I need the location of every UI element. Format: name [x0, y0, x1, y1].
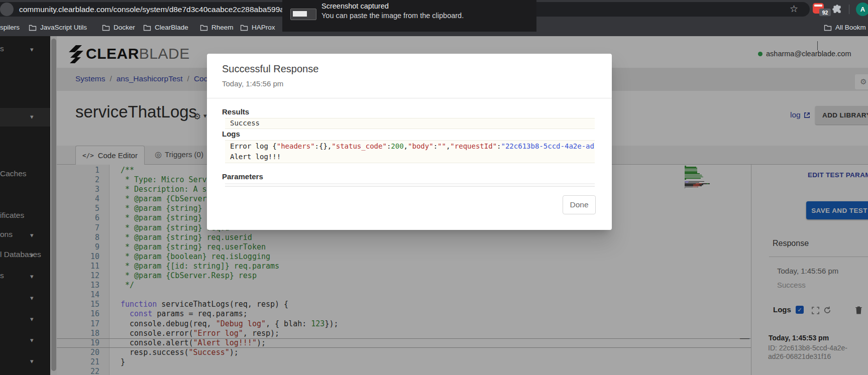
- folder-icon: [240, 24, 248, 31]
- done-button[interactable]: Done: [563, 195, 596, 214]
- screenshot-notification[interactable]: Screenshot captured You can paste the im…: [282, 0, 536, 32]
- screenshot-thumbnail: [290, 9, 316, 20]
- logs-label: Logs: [222, 130, 240, 138]
- bookmark-item[interactable]: Docker: [102, 19, 135, 36]
- bookmark-item[interactable]: Rheem: [200, 19, 234, 36]
- bookmark-label: spilers: [0, 24, 20, 31]
- bookmark-item[interactable]: spilers: [0, 19, 20, 36]
- bookmark-label: ClearBlade: [155, 24, 188, 31]
- bookmark-item[interactable]: ClearBlade: [143, 19, 188, 36]
- results-label: Results: [222, 107, 249, 116]
- bookmark-label: Rheem: [211, 24, 234, 31]
- thumbnail-detail: [293, 11, 307, 17]
- successful-response-dialog: Successful Response Today, 1:45:56 pm Re…: [207, 54, 612, 230]
- bookmark-all-bookmarks[interactable]: All Bookm: [824, 19, 866, 36]
- toolbar-separator: [849, 5, 849, 14]
- bookmark-label: Docker: [114, 24, 135, 31]
- folder-icon: [102, 24, 110, 31]
- parameters-table: [225, 183, 595, 187]
- bookmark-item[interactable]: JavaScript Utils: [29, 19, 87, 36]
- folder-icon: [824, 24, 832, 31]
- bookmark-label: JavaScript Utils: [40, 24, 87, 31]
- extension-icon-detail: [814, 5, 822, 7]
- reload-icon[interactable]: [0, 3, 14, 16]
- tab-count-badge: 92: [819, 9, 831, 16]
- folder-icon: [29, 24, 37, 31]
- dialog-title: Successful Response: [222, 63, 318, 75]
- browser-avatar[interactable]: A: [856, 3, 868, 16]
- log-line: Alert log!!!: [230, 152, 595, 162]
- logs-output: Error log {"headers":{},"status_code":20…: [225, 140, 595, 163]
- extensions-puzzle-icon[interactable]: [832, 4, 842, 16]
- parameters-label: Parameters: [222, 172, 263, 181]
- notification-body: You can paste the image from the clipboa…: [321, 12, 464, 20]
- results-value: Success: [225, 118, 595, 129]
- bookmark-label: All Bookm: [835, 24, 866, 31]
- folder-icon: [200, 24, 208, 31]
- folder-icon: [143, 24, 151, 31]
- screen: { "browser": { "url": "community.clearbl…: [0, 0, 868, 375]
- notification-title: Screenshot captured: [321, 2, 389, 10]
- dialog-divider: [207, 98, 612, 98]
- dialog-timestamp: Today, 1:45:56 pm: [222, 79, 283, 88]
- url-text[interactable]: community.clearblade.com/console/system/…: [19, 2, 327, 17]
- bookmark-star-icon[interactable]: ☆: [790, 3, 798, 15]
- log-line: Error log {"headers":{},"status_code":20…: [230, 141, 595, 152]
- bookmark-label: HAProx: [252, 24, 275, 31]
- bookmark-item[interactable]: HAProx: [240, 19, 275, 36]
